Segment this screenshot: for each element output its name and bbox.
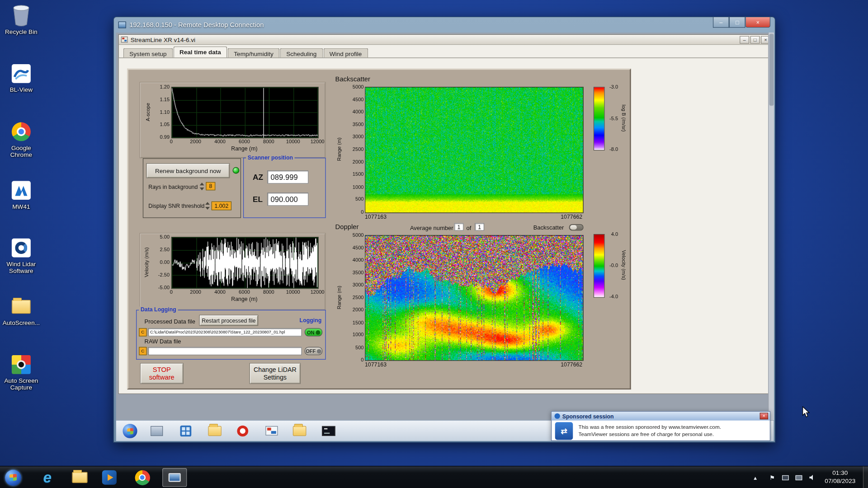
average-number-label: Average number	[410, 225, 453, 231]
popup-title: Sponsored session	[562, 413, 614, 419]
chrome-button[interactable]	[133, 469, 152, 486]
remote-taskbar-icon-3[interactable]	[205, 423, 224, 439]
processed-drive-badge: C	[139, 328, 146, 336]
popup-title-bar[interactable]: Sponsored session	[552, 412, 769, 421]
desktop-icon-autoscreen[interactable]: AutoScreen...	[0, 296, 42, 326]
remote-taskbar-icon-5[interactable]	[262, 423, 281, 439]
ascope-plot	[171, 87, 319, 138]
remote-taskbar-icon-1[interactable]	[147, 423, 166, 439]
volume-icon[interactable]	[808, 473, 817, 482]
az-label: AZ	[253, 173, 263, 182]
internet-explorer-button[interactable]: e	[38, 469, 57, 486]
rdp-scrollbar-thumb[interactable]	[769, 34, 774, 106]
remote-taskbar-icon-4[interactable]	[233, 423, 252, 439]
az-value-field[interactable]: 089.999	[267, 170, 308, 183]
remote-taskbar-icon-2[interactable]	[176, 423, 195, 439]
start-button[interactable]	[3, 469, 22, 486]
app-minimize-button[interactable]: –	[740, 36, 749, 44]
processed-logging-on-switch[interactable]: ON	[305, 328, 322, 336]
rdp-taskbar-button-active[interactable]	[162, 468, 187, 487]
action-center-icon[interactable]: ⚑	[768, 473, 777, 482]
tick-label: 0	[170, 139, 173, 144]
chrome-icon	[135, 470, 150, 485]
logging-label: Logging	[300, 317, 322, 323]
restart-processed-file-button[interactable]: Restart processed file	[199, 315, 259, 326]
teamviewer-logo-icon: ⇄	[555, 422, 573, 440]
snr-spinner[interactable]	[205, 202, 210, 210]
tick-label: 3000	[353, 282, 364, 287]
taskbar-clock[interactable]: 01:30 07/08/2023	[820, 469, 860, 485]
change-lidar-settings-button[interactable]: Change LiDARSettings	[250, 363, 301, 384]
backscatter-x-ticks: 1077163 1077662	[365, 214, 582, 221]
remote-taskbar-icon-7[interactable]	[319, 423, 338, 439]
media-player-button[interactable]	[100, 469, 119, 486]
desktop-icon-wind-lidar[interactable]: Wind Lidar Software	[0, 237, 42, 274]
raw-path-field[interactable]	[148, 347, 302, 355]
remote-taskbar-icon-6[interactable]	[290, 423, 309, 439]
tick-label: 5000	[353, 232, 364, 238]
show-desktop-button[interactable]	[863, 466, 868, 488]
desktop-icon-google-chrome[interactable]: Google Chrome	[0, 121, 42, 158]
tick-label: -5.00	[158, 285, 170, 291]
remote-desktop-area: StreamLine XR v14-6.vi – □ × System setu…	[116, 33, 774, 441]
tick-label: -2.50	[158, 272, 170, 277]
tab-scheduling[interactable]: Scheduling	[280, 48, 323, 58]
display-icon[interactable]	[794, 473, 803, 482]
host-taskbar: e ▴ ⚑ 01:30 07/08/	[0, 466, 868, 488]
tab-system-setup[interactable]: System setup	[123, 48, 173, 58]
tick-label: 8000	[263, 289, 274, 295]
tick-label: 6000	[239, 139, 250, 144]
app-title-bar[interactable]: StreamLine XR v14-6.vi	[119, 35, 772, 45]
processed-path-field[interactable]: C:\Lidar\Data\Proc\2023\202308\20230807\…	[148, 328, 302, 336]
of-label: of	[467, 225, 472, 231]
tick-label: 12000	[311, 289, 325, 295]
backscatter-x-tick-end: 1077662	[561, 214, 582, 220]
tab-real-time-data[interactable]: Real time data	[173, 47, 227, 58]
desktop-icon-auto-screen-capture[interactable]: Auto Screen Capture	[0, 353, 42, 390]
snr-threshold-value[interactable]: 1.002	[212, 202, 231, 211]
rdp-title-bar[interactable]: 192.168.0.150 - Remote Desktop Connectio…	[114, 17, 775, 33]
rays-spinner[interactable]	[200, 183, 205, 190]
tick-label: 4500	[353, 245, 364, 250]
tick-label: -3.0	[609, 84, 618, 89]
backscatter-toggle[interactable]	[569, 224, 584, 231]
raw-drive-badge: C	[139, 347, 146, 355]
network-icon[interactable]	[781, 473, 790, 482]
desktop-icon-bl-view[interactable]: BL-View	[0, 62, 42, 93]
desktop-icon-label: AutoScreen...	[0, 319, 42, 326]
rdp-close-button[interactable]: ×	[745, 17, 771, 28]
tick-label: 2000	[353, 307, 364, 313]
stop-software-button[interactable]: STOPsoftware	[140, 363, 184, 384]
renew-background-button[interactable]: Renew background now	[146, 163, 230, 178]
average-total-field[interactable]: 1	[475, 223, 484, 230]
raw-data-file-label: RAW Data file	[145, 338, 181, 345]
average-number-field[interactable]: 1	[454, 223, 463, 230]
tab-wind-profile[interactable]: Wind profile	[323, 48, 368, 58]
doppler-y-ticks: 5000450040003500300025002000150010005000	[344, 235, 363, 360]
rays-in-background-value[interactable]: 8	[206, 182, 215, 190]
processed-data-file-label: Processed Data file	[145, 318, 195, 325]
ie-icon: e	[43, 469, 52, 486]
popup-close-button[interactable]: ×	[760, 413, 769, 419]
ascope-y-ticks: 1.201.151.101.050.99	[153, 87, 170, 137]
tick-label: 6000	[239, 289, 250, 295]
scanner-position-title: Scanner position	[246, 155, 295, 160]
tray-overflow-chevron[interactable]: ▴	[751, 473, 760, 482]
tick-label: 1500	[353, 172, 364, 177]
tick-label: 4000	[214, 139, 226, 144]
tab-temp-humidity[interactable]: Temp/humidity	[228, 48, 280, 58]
raw-logging-off-switch[interactable]: OFF	[305, 347, 322, 355]
tab-page-real-time-data: Backscatter Doppler A-scope 1.201.151.10…	[119, 57, 772, 393]
tab-strip: System setup Real time data Temp/humidit…	[123, 47, 369, 58]
file-explorer-button[interactable]	[70, 469, 89, 486]
rdp-maximize-button[interactable]: □	[729, 17, 745, 28]
chrome-icon	[0, 121, 42, 143]
app-maximize-button[interactable]: □	[750, 36, 760, 44]
remote-start-button[interactable]	[123, 424, 137, 438]
rdp-vertical-scrollbar[interactable]	[768, 33, 774, 420]
doppler-x-tick-start: 1077163	[365, 361, 387, 367]
desktop-icon-mw41[interactable]: MW41	[0, 179, 42, 210]
rdp-minimize-button[interactable]: –	[713, 17, 729, 28]
el-value-field[interactable]: 090.000	[267, 192, 308, 206]
desktop-icon-recycle-bin[interactable]: Recycle Bin	[0, 5, 42, 35]
